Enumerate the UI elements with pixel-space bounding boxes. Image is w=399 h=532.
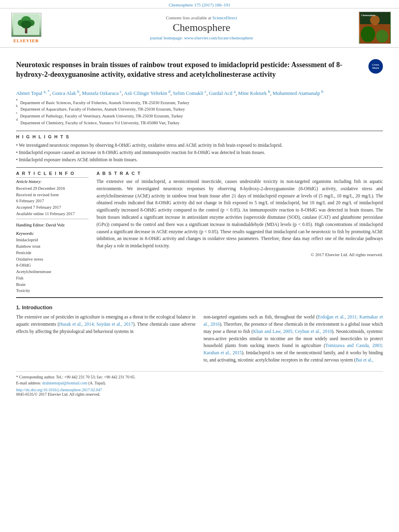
abstract-label: A B S T R A C T [97, 171, 383, 176]
article-info-block: A R T I C L E I N F O Article history: R… [16, 171, 88, 294]
intro-section-num: 1. [16, 304, 22, 310]
journal-title: Chemosphere [173, 22, 230, 34]
divider-2 [16, 167, 383, 168]
intro-section-title: Introduction [22, 304, 52, 310]
ref-tomizawa[interactable]: Tomizawa and Casida, 2003; Karahan et al… [204, 343, 383, 355]
author-4: Aslı Cilingir Yeltekin d [124, 90, 171, 96]
copyright-line: © 2017 Elsevier Ltd. All rights reserved… [97, 252, 383, 257]
affiliations-block: a Department of Basic Sciences, Faculty … [16, 100, 383, 127]
highlight-item-3: Imidacloprid exposure induces AChE inhib… [16, 156, 383, 163]
highlights-list: We investigated neurotoxic responses by … [16, 142, 383, 163]
keyword-toxicity: Toxicity [16, 288, 88, 294]
abstract-section: A B S T R A C T The extensive use of imi… [97, 171, 383, 257]
affiliation-a: a Department of Basic Sciences, Faculty … [16, 100, 383, 107]
intro-title: 1. Introduction [16, 304, 383, 310]
highlight-item-2: Imidacloprid exposure caused an increase… [16, 149, 383, 156]
authors-line: Ahmet Topal a, *, Gonca Alak b, Mustafa … [16, 88, 383, 97]
homepage-label: journal homepage: [150, 35, 183, 40]
handling-editor-name: David Volz [46, 223, 65, 227]
svg-rect-5 [25, 28, 27, 33]
footnote-star-text: * Corresponding author. Tel.: +90 442 23… [16, 375, 136, 379]
ref-bai[interactable]: Bai et al., [356, 357, 373, 362]
journal-header: ELSEVIER Contents lists available at Sci… [0, 8, 399, 48]
introduction-section: 1. Introduction The extensive use of pes… [16, 304, 383, 364]
keywords-section: Keywords: Imidacloprid Rainbow trout Pes… [16, 231, 88, 294]
article-history-box: Article history: Received 29 December 20… [16, 177, 88, 219]
keyword-imidacloprid: Imidacloprid [16, 237, 88, 243]
svg-text:Chemosphere: Chemosphere [361, 14, 376, 16]
ref-husak[interactable]: Husak et al., 2014; Soydan et al., 2017 [59, 322, 133, 327]
received-row: Received 29 December 2016 [16, 185, 88, 192]
affiliation-b: b Department of Aquaculture, Faculty of … [16, 106, 383, 113]
elsevier-brand-text: ELSEVIER [13, 38, 39, 43]
author-6: Gurdal Acil a [209, 90, 235, 96]
affiliation-c: c Department of Pathology, Faculty of Ve… [16, 113, 383, 120]
journal-homepage-link[interactable]: journal homepage: www.elsevier.com/locat… [150, 35, 253, 40]
issn-line: 0045-6535/© 2017 Elsevier Ltd. All right… [16, 392, 383, 396]
highlight-item-1: We investigated neurotoxic responses by … [16, 142, 383, 149]
article-title: Neurotoxic responses in brain tissues of… [16, 60, 383, 80]
footer-section: * Corresponding author. Tel.: +90 442 23… [16, 371, 383, 396]
author-3: Mustafa Ozkaraca c [82, 90, 122, 96]
intro-text-right: non-targeted organisms such as fish, thr… [204, 314, 383, 364]
article-info-abstract-cols: A R T I C L E I N F O Article history: R… [16, 171, 383, 294]
page: Chemosphere 175 (2017) 186–191 ELSEVIER … [0, 0, 399, 532]
email-suffix: (A. Topal). [88, 381, 106, 385]
highlights-label: H I G H L I G H T S [16, 134, 383, 139]
journal-center-info: Contents lists available at ScienceDirec… [48, 12, 355, 44]
email-label: E-mail address: [16, 381, 41, 385]
revised-row: Received in revised form [16, 192, 88, 198]
keyword-8-ohdg: 8-OHdG [16, 262, 88, 269]
abstract-col: A B S T R A C T The extensive use of imi… [97, 171, 383, 294]
homepage-url[interactable]: www.elsevier.com/locate/chemosphere [184, 35, 253, 40]
doi-line[interactable]: http://dx.doi.org/10.1016/j.chemosphere.… [16, 388, 383, 392]
sciencedirect-link[interactable]: Contents lists available at ScienceDirec… [166, 15, 237, 20]
intro-col-right: non-targeted organisms such as fish, thr… [204, 314, 383, 364]
svg-point-4 [21, 21, 31, 29]
ref-erdogan[interactable]: Erdoğan et al., 2011; Karmakar et al., 2… [204, 314, 383, 327]
accepted-row: Accepted 7 February 2017 [16, 204, 88, 211]
keyword-brain: Brain [16, 281, 88, 288]
crossmark-badge[interactable]: CrossMark [368, 59, 383, 74]
footnote-email: E-mail address: drahmettopal@hotmail.com… [16, 380, 383, 386]
keyword-fish: Fish [16, 275, 88, 281]
ref-khan[interactable]: Khan and Law, 2005; Ceyhun et al., 2010 [253, 329, 332, 334]
svg-point-10 [361, 26, 375, 42]
handling-editor-block: Handling Editor: David Volz [16, 222, 88, 228]
contents-label: Contents lists available at [166, 15, 211, 20]
main-content: CrossMark Neurotoxic responses in brain … [0, 48, 399, 403]
history-title: Article history: [16, 179, 88, 184]
abstract-text: The extensive use of imidacloprid, a neo… [97, 178, 383, 250]
keyword-oxidative-stress: Oxidative stress [16, 256, 88, 263]
article-info-label: A R T I C L E I N F O [16, 171, 88, 176]
keyword-pesticide: Pesticide [16, 250, 88, 256]
keywords-list: Imidacloprid Rainbow trout Pesticide Oxi… [16, 237, 88, 294]
article-info-col: A R T I C L E I N F O Article history: R… [16, 171, 88, 294]
intro-text-left: The extensive use of pesticides in agric… [16, 314, 195, 335]
footnote-corresponding: * Corresponding author. Tel.: +90 442 23… [16, 374, 383, 380]
svg-point-11 [376, 30, 388, 43]
sciencedirect-text[interactable]: ScienceDirect [212, 15, 237, 20]
journal-citation-bar: Chemosphere 175 (2017) 186–191 [0, 0, 399, 8]
author-5: Selim Comakli c [173, 90, 206, 96]
revised-date-row: 6 February 2017 [16, 198, 88, 204]
intro-col-left: The extensive use of pesticides in agric… [16, 314, 195, 364]
handling-editor-label: Handling Editor: [16, 223, 45, 227]
affiliation-d: d Department of Chemistry, Faculty of Sc… [16, 120, 383, 127]
journal-cover-image: Chemosphere [359, 12, 391, 44]
intro-body-cols: The extensive use of pesticides in agric… [16, 314, 383, 364]
keywords-label: Keywords: [16, 231, 88, 236]
elsevier-logo-block: ELSEVIER [8, 12, 44, 44]
author-1: Ahmet Topal a, * [16, 90, 49, 96]
highlights-section: H I G H L I G H T S We investigated neur… [16, 134, 383, 163]
keyword-rainbow-trout: Rainbow trout [16, 243, 88, 250]
author-7: Mine Kokturk b [238, 90, 270, 96]
doi-text[interactable]: http://dx.doi.org/10.1016/j.chemosphere.… [16, 388, 102, 392]
available-row: Available online 11 February 2017 [16, 211, 88, 217]
author-8: Muhammed Atamanalp b [273, 90, 323, 96]
svg-point-9 [370, 15, 380, 25]
divider-3 [16, 297, 383, 298]
keyword-ache: Acetylcholinesterase [16, 269, 88, 275]
email-link[interactable]: drahmettopal@hotmail.com [42, 381, 87, 385]
divider-1 [16, 131, 383, 131]
